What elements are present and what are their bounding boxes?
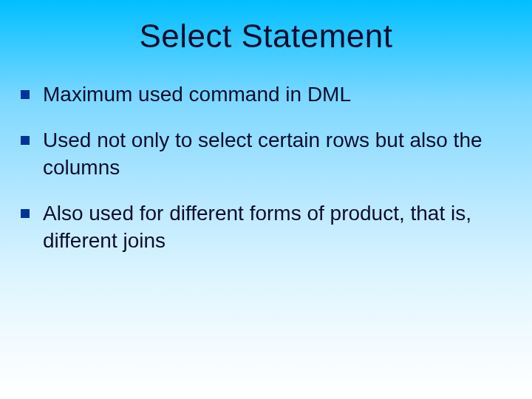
list-item: Also used for different forms of product… (21, 200, 511, 254)
slide: Select Statement Maximum used command in… (0, 0, 532, 399)
list-item: Used not only to select certain rows but… (21, 127, 511, 181)
square-bullet-icon (21, 209, 30, 218)
list-item-text: Maximum used command in DML (43, 81, 511, 108)
slide-body: Maximum used command in DML Used not onl… (0, 81, 532, 254)
square-bullet-icon (21, 136, 30, 145)
slide-title: Select Statement (0, 0, 532, 62)
square-bullet-icon (21, 90, 30, 99)
list-item-text: Also used for different forms of product… (43, 200, 511, 254)
list-item: Maximum used command in DML (21, 81, 511, 108)
list-item-text: Used not only to select certain rows but… (43, 127, 511, 181)
